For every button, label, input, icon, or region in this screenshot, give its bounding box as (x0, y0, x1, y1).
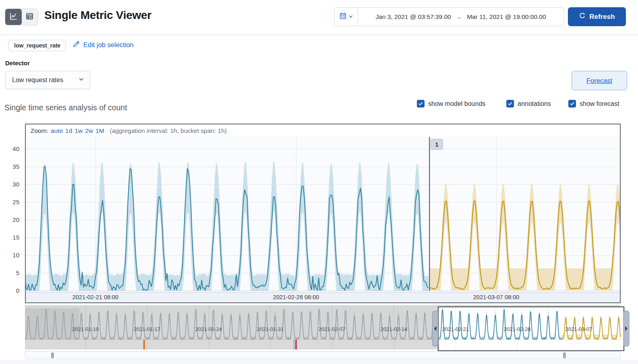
table-view-button[interactable] (22, 9, 38, 25)
zoom-link-1M[interactable]: 1M (95, 127, 104, 134)
toggle-show-model-bounds: show model bounds (417, 100, 485, 108)
refresh-label: Refresh (589, 13, 615, 21)
x-axis-label: 2021-03-07 08:00 (473, 294, 520, 300)
y-axis-label: 30 (2, 181, 19, 188)
context-axis-label: 2021-02-07 (319, 326, 346, 332)
date-range-picker: Jan 3, 2021 @ 03:57:39.00 → Mar 11, 2021… (334, 7, 564, 26)
detector-select[interactable]: Low request rates (5, 71, 90, 89)
chevron-down-icon (348, 13, 353, 21)
date-range-arrow-icon: → (451, 13, 467, 21)
zoom-link-2w[interactable]: 2w (85, 127, 93, 134)
line-chart-icon (10, 12, 17, 22)
view-toggle-group (5, 8, 38, 25)
y-axis-label: 10 (2, 252, 19, 259)
pencil-icon (73, 41, 80, 49)
single-metric-viewer-page: Single Metric Viewer Jan 3, 2021 @ 03:57… (0, 0, 638, 364)
page-background-strip (0, 360, 638, 364)
date-range-display: Jan 3, 2021 @ 03:57:39.00 → Mar 11, 2021… (358, 8, 563, 26)
x-axis-label: 2021-02-21 08:00 (72, 294, 119, 300)
y-axis-label: 35 (2, 163, 19, 170)
detector-selected-value: Low request rates (12, 77, 63, 84)
edit-job-selection-link[interactable]: Edit job selection (73, 41, 134, 49)
refresh-icon (579, 12, 586, 21)
show-model-bounds-label: show model bounds (428, 100, 485, 108)
start-date-button[interactable]: Jan 3, 2021 @ 03:57:39.00 (375, 13, 451, 21)
context-window-label: 2021-03-07 (566, 326, 592, 332)
time-series-plot[interactable] (26, 137, 620, 292)
show-model-bounds-checkbox[interactable] (417, 100, 425, 108)
annotations-label: annotations (518, 100, 551, 108)
context-axis-label: 2021-01-10 (72, 326, 99, 332)
y-axis-label: 40 (2, 145, 19, 152)
toggle-show-forecast: show forecast (568, 100, 619, 108)
y-axis-label: 0 (2, 287, 19, 294)
analysis-heading: Single time series analysis of count (4, 103, 127, 112)
context-axis-label: 2021-01-24 (195, 326, 222, 332)
chart-view-button[interactable] (5, 9, 22, 25)
page-title: Single Metric Viewer (44, 9, 151, 22)
navigator-scrollbar-thumb-left[interactable] (51, 352, 54, 358)
zoom-label: Zoom: (31, 127, 48, 134)
chart-zoom-toolbar: Zoom: auto 1d 1w 2w 1M (aggregation inte… (26, 125, 623, 136)
job-id-badge: low_request_rate (8, 40, 66, 51)
y-axis-label: 15 (2, 234, 19, 241)
chevron-down-icon (79, 77, 84, 84)
navigator-scrollbar-thumb-right[interactable] (563, 352, 566, 358)
show-forecast-label: show forecast (580, 100, 619, 108)
refresh-button[interactable]: Refresh (568, 7, 626, 26)
quick-select-menu-button[interactable] (335, 8, 358, 26)
edit-job-selection-label: Edit job selection (83, 41, 134, 49)
context-axis-label: 2021-02-14 (381, 326, 408, 332)
calendar-icon (340, 12, 346, 21)
y-axis-label: 25 (2, 199, 19, 205)
zoom-link-1d[interactable]: 1d (65, 127, 72, 134)
annotations-checkbox[interactable] (506, 100, 514, 108)
context-window-label: 2021-02-21 (442, 326, 469, 332)
y-axis-label: 20 (2, 216, 19, 223)
toggle-annotations: annotations (506, 100, 551, 108)
context-axis-label: 2021-01-31 (257, 326, 284, 332)
context-axis-label: 2021-01-17 (134, 326, 161, 332)
forecast-button[interactable]: Forecast (572, 71, 627, 90)
header-divider (0, 35, 638, 35)
navigator-scrollbar-track[interactable] (25, 351, 621, 359)
show-forecast-checkbox[interactable] (568, 100, 576, 108)
table-icon (26, 12, 33, 22)
detector-label: Detector (5, 60, 30, 66)
zoom-link-1w[interactable]: 1w (75, 127, 83, 134)
context-window-label: 2021-02-28 (504, 326, 531, 332)
end-date-button[interactable]: Mar 11, 2021 @ 19:00:00.00 (467, 13, 546, 21)
annotation-badge[interactable]: 1 (431, 139, 443, 150)
x-axis-label: 2021-02-28 08:00 (273, 294, 319, 300)
aggregation-interval-note: (aggregation interval: 1h, bucket span: … (110, 127, 227, 134)
zoom-link-auto[interactable]: auto (51, 127, 63, 134)
y-axis-label: 5 (2, 269, 19, 276)
